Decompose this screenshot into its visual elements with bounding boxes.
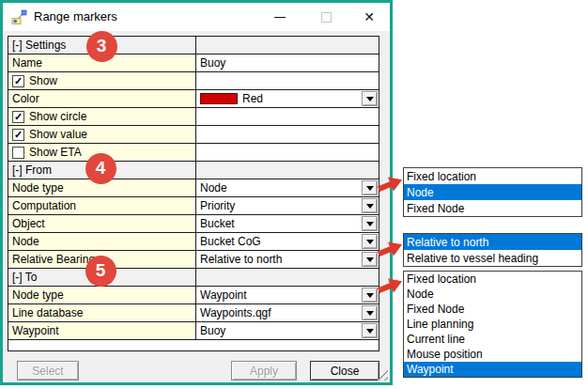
property-value: Waypoint <box>200 288 247 302</box>
property-row: ColorRed <box>8 90 379 108</box>
maximize-button[interactable] <box>312 3 340 31</box>
checkbox-checked[interactable]: ✓ <box>12 129 24 141</box>
property-value: Bucket <box>200 217 235 230</box>
property-row: Show ETA <box>8 144 379 162</box>
property-value: Waypoints.qgf <box>200 306 271 319</box>
checkbox-checked[interactable]: ✓ <box>12 111 24 123</box>
property-label: Show circle <box>29 110 86 123</box>
property-label: Color <box>12 92 39 105</box>
popup-item[interactable]: Fixed Node <box>404 302 581 317</box>
dropdown-button[interactable] <box>362 180 378 195</box>
property-value-cell[interactable]: Buoy <box>196 322 379 339</box>
dropdown-button[interactable] <box>362 91 378 106</box>
property-row: ✓Show circle <box>8 108 379 126</box>
caret-down-icon <box>366 204 374 209</box>
empty-grid-fill <box>8 340 379 351</box>
popup-item[interactable]: Fixed location <box>404 168 581 184</box>
section-value-cell <box>196 37 379 54</box>
red-arrow-icon <box>377 240 405 258</box>
property-label-cell: Object <box>8 215 196 232</box>
select-button[interactable]: Select <box>17 361 79 381</box>
popup-item[interactable]: Fixed Node <box>404 200 581 216</box>
color-swatch <box>200 93 238 104</box>
property-value-cell[interactable]: Waypoint <box>196 287 379 303</box>
checkbox-unchecked[interactable] <box>12 147 24 159</box>
popup-item[interactable]: Node <box>404 287 581 302</box>
property-value: Relative to north <box>200 253 282 266</box>
caret-down-icon <box>366 222 374 226</box>
property-label: Line database <box>12 306 83 319</box>
property-value-cell[interactable]: Red <box>196 90 379 107</box>
property-label: Node type <box>12 288 64 302</box>
property-row: ✓Show value <box>8 126 379 144</box>
dropdown-button[interactable] <box>362 323 378 338</box>
property-value: Node <box>200 181 227 194</box>
property-row: Node typeWaypoint <box>8 287 379 304</box>
to-node-type-options: Fixed locationNodeFixed NodeLine plannin… <box>403 271 582 378</box>
popup-item[interactable]: Current line <box>404 332 581 347</box>
caret-down-icon <box>366 257 374 262</box>
property-label: Relative Bearing <box>12 253 95 266</box>
popup-item[interactable]: Waypoint <box>404 362 581 377</box>
caret-down-icon <box>366 186 374 191</box>
property-row: Node typeNode <box>8 179 379 197</box>
property-value-cell[interactable]: Relative to north <box>196 251 379 268</box>
property-value-cell <box>196 126 379 143</box>
property-label-cell: ✓Show circle <box>8 108 196 125</box>
popup-item[interactable]: Fixed location <box>404 272 581 287</box>
property-value-cell <box>196 108 379 125</box>
popup-item[interactable]: Relative to vessel heading <box>404 250 581 266</box>
property-value-cell[interactable]: Priority <box>196 197 379 214</box>
property-label-cell: ✓Show value <box>8 126 196 143</box>
popup-item[interactable]: Relative to north <box>404 234 581 250</box>
title-bar[interactable]: Range markers — ✕ <box>3 3 390 31</box>
property-value-cell[interactable]: Buoy <box>196 54 379 71</box>
range-markers-icon <box>11 9 27 25</box>
property-value-cell <box>196 144 379 161</box>
popup-item[interactable]: Line planning <box>404 317 581 332</box>
property-label-cell: Computation <box>8 197 196 214</box>
section-value-cell <box>196 162 379 179</box>
dropdown-button[interactable] <box>362 305 378 320</box>
caret-down-icon <box>366 329 374 334</box>
dropdown-button[interactable] <box>362 198 378 213</box>
caret-down-icon <box>366 240 374 244</box>
property-row: ObjectBucket <box>8 215 379 233</box>
close-window-button[interactable]: ✕ <box>355 3 383 31</box>
property-value: Buoy <box>200 324 225 337</box>
property-value-cell[interactable]: Bucket CoG <box>196 233 379 250</box>
caret-down-icon <box>366 293 374 298</box>
property-value-cell[interactable]: Waypoints.qgf <box>196 304 379 321</box>
from-node-type-options: Fixed locationNodeFixed Node <box>403 167 582 217</box>
property-value-cell[interactable]: Bucket <box>196 215 379 232</box>
dropdown-button[interactable] <box>362 234 378 249</box>
property-label: [-] From <box>12 163 52 177</box>
close-button[interactable]: Close <box>310 361 379 381</box>
window-title: Range markers <box>34 9 117 23</box>
property-label-cell: Waypoint <box>8 322 196 339</box>
section-row: [-] Settings <box>8 37 379 54</box>
property-value-cell <box>196 72 379 89</box>
dropdown-button[interactable] <box>362 216 378 231</box>
popup-item[interactable]: Node <box>404 184 581 200</box>
property-row: NameBuoy <box>8 54 379 72</box>
checkbox-checked[interactable]: ✓ <box>12 75 24 87</box>
property-label-cell: Line database <box>8 304 196 321</box>
property-value: Bucket CoG <box>200 235 261 248</box>
section-row: [-] To <box>8 269 379 287</box>
caret-down-icon <box>366 97 374 101</box>
minimize-button[interactable]: — <box>266 3 294 31</box>
popup-item[interactable]: Mouse position <box>404 347 581 362</box>
property-label: Name <box>12 56 42 70</box>
property-value-cell[interactable]: Node <box>196 179 379 196</box>
property-label-cell: ✓Show <box>8 72 196 89</box>
property-label: [-] To <box>12 271 37 284</box>
property-label-cell: Node <box>8 233 196 250</box>
property-row: ComputationPriority <box>8 197 379 215</box>
dropdown-button[interactable] <box>362 252 378 267</box>
apply-button[interactable]: Apply <box>231 361 297 381</box>
dropdown-button[interactable] <box>362 288 378 303</box>
property-label: Show value <box>29 128 87 141</box>
caret-down-icon <box>366 311 374 316</box>
range-markers-dialog: Range markers — ✕ [-] SettingsNameBuoy✓S… <box>0 0 393 385</box>
